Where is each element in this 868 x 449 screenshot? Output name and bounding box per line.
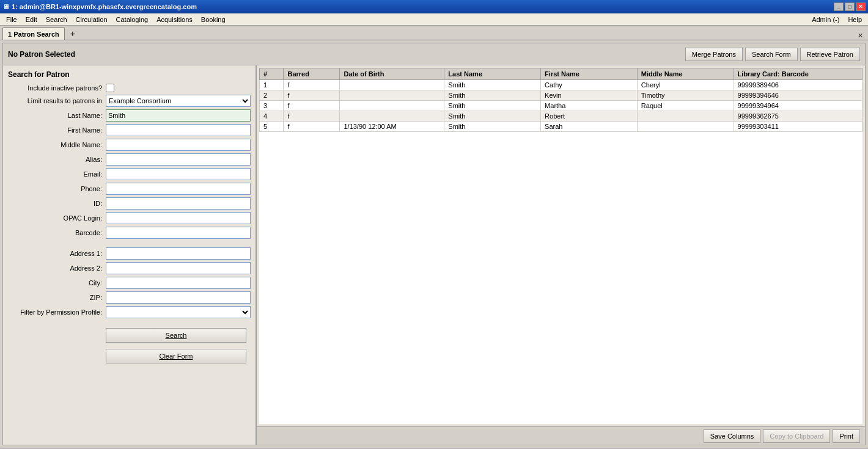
address2-input[interactable] [106,262,251,274]
results-table-container[interactable]: # Barred Date of Birth Last Name First N… [259,68,862,424]
cell-row3-col7: 99999394964 [734,101,862,111]
cell-row5-col2: f [284,122,340,132]
close-window-button[interactable]: ✕ [856,2,866,11]
last-name-label: Last Name: [8,112,106,119]
limit-results-label: Limit results to patrons in [8,97,106,104]
merge-patrons-button[interactable]: Merge Patrons [685,48,743,61]
cell-row2-col1: 2 [260,90,284,101]
app-icon: 🖥 [2,3,9,10]
table-row[interactable]: 1fSmithCathyCheryl99999389406 [260,80,862,90]
city-row: City: [8,277,251,289]
phone-input[interactable] [106,183,251,195]
filter-profile-row: Filter by Permission Profile: [8,306,251,318]
menu-circulation[interactable]: Circulation [72,15,111,24]
header-buttons: Merge Patrons Search Form Retrieve Patro… [685,48,860,61]
cell-row3-col3 [340,101,444,111]
table-row[interactable]: 5f1/13/90 12:00 AMSmithSarah99999303411 [260,122,862,132]
col-header-num[interactable]: # [260,68,284,80]
cell-row4-col7: 99999362675 [734,111,862,122]
alias-input[interactable] [106,153,251,166]
search-button[interactable]: Search [106,328,246,343]
menu-help[interactable]: Help [844,15,866,24]
opac-login-row: OPAC Login: [8,212,251,224]
cell-row1-col6: Cheryl [637,80,734,90]
cell-row2-col3 [340,90,444,101]
title-bar: 🖥 1: admin@BR1-winxpvmfx.phasefx.evergre… [0,0,868,13]
opac-login-input[interactable] [106,212,251,224]
barcode-label: Barcode: [8,229,106,236]
menu-edit[interactable]: Edit [22,15,41,24]
menu-admin[interactable]: Admin (-) [808,15,843,24]
middle-name-input[interactable] [106,139,251,151]
tab-patron-search[interactable]: 1 Patron Search [2,27,65,40]
id-row: ID: [8,197,251,210]
opac-login-label: OPAC Login: [8,214,106,222]
city-input[interactable] [106,277,251,289]
id-input[interactable] [106,197,251,210]
menu-search[interactable]: Search [42,15,71,24]
search-form-button[interactable]: Search Form [745,48,798,61]
maximize-button[interactable]: □ [845,2,855,11]
add-tab-button[interactable]: + [66,27,79,40]
save-columns-button[interactable]: Save Columns [704,429,761,443]
print-button[interactable]: Print [833,429,860,443]
limit-results-row: Limit results to patrons in Example Cons… [8,95,251,107]
cell-row4-col3 [340,111,444,122]
retrieve-patron-button[interactable]: Retrieve Patron [800,48,860,61]
header-bar: No Patron Selected Merge Patrons Search … [3,43,865,65]
email-input[interactable] [106,168,251,180]
menu-booking[interactable]: Booking [197,15,229,24]
cell-row1-col7: 99999389406 [734,80,862,90]
copy-clipboard-button[interactable]: Copy to Clipboard [763,429,830,443]
clear-form-button[interactable]: Clear Form [106,349,246,363]
col-header-last-name[interactable]: Last Name [444,68,541,80]
email-row: Email: [8,168,251,180]
cell-row4-col6 [637,111,734,122]
alias-label: Alias: [8,156,106,163]
barcode-row: Barcode: [8,227,251,239]
col-header-first-name[interactable]: First Name [541,68,638,80]
filter-profile-select[interactable] [106,306,251,318]
cell-row3-col5: Martha [541,101,638,111]
address1-label: Address 1: [8,250,106,257]
barcode-input[interactable] [106,227,251,239]
col-header-dob[interactable]: Date of Birth [340,68,444,80]
cell-row1-col2: f [284,80,340,90]
search-results-area: Search for Patron Include inactive patro… [3,65,865,445]
title-bar-left: 🖥 1: admin@BR1-winxpvmfx.phasefx.evergre… [2,3,197,10]
close-tab-button[interactable]: ✕ [858,32,863,40]
col-header-middle-name[interactable]: Middle Name [637,68,734,80]
menu-acquisitions[interactable]: Acquisitions [153,15,196,24]
cell-row1-col1: 1 [260,80,284,90]
first-name-input[interactable] [106,124,251,136]
limit-results-select[interactable]: Example Consortium [106,95,251,107]
tab-bar: 1 Patron Search + ✕ [0,26,868,40]
minimize-button[interactable]: _ [834,2,844,11]
address1-input[interactable] [106,247,251,260]
title-bar-controls[interactable]: _ □ ✕ [834,2,866,11]
col-header-library-card[interactable]: Library Card: Barcode [734,68,862,80]
cell-row4-col4: Smith [444,111,541,122]
include-inactive-checkbox[interactable] [106,84,114,92]
results-panel: # Barred Date of Birth Last Name First N… [257,65,865,445]
city-label: City: [8,279,106,287]
cell-row5-col4: Smith [444,122,541,132]
first-name-label: First Name: [8,126,106,134]
bottom-bar: Save Columns Copy to Clipboard Print [257,426,865,445]
last-name-input[interactable] [106,109,251,122]
middle-name-row: Middle Name: [8,139,251,151]
zip-input[interactable] [106,291,251,304]
table-row[interactable]: 2fSmithKevinTimothy99999394646 [260,90,862,101]
col-header-barred[interactable]: Barred [284,68,340,80]
address1-row: Address 1: [8,247,251,260]
cell-row5-col5: Sarah [541,122,638,132]
results-table: # Barred Date of Birth Last Name First N… [259,68,862,132]
menu-file[interactable]: File [2,15,21,24]
results-tbody: 1fSmithCathyCheryl999993894062fSmithKevi… [260,80,862,132]
table-row[interactable]: 3fSmithMarthaRaquel99999394964 [260,101,862,111]
menu-cataloging[interactable]: Cataloging [112,15,152,24]
cell-row4-col1: 4 [260,111,284,122]
id-label: ID: [8,200,106,207]
phone-row: Phone: [8,183,251,195]
table-row[interactable]: 4fSmithRobert99999362675 [260,111,862,122]
